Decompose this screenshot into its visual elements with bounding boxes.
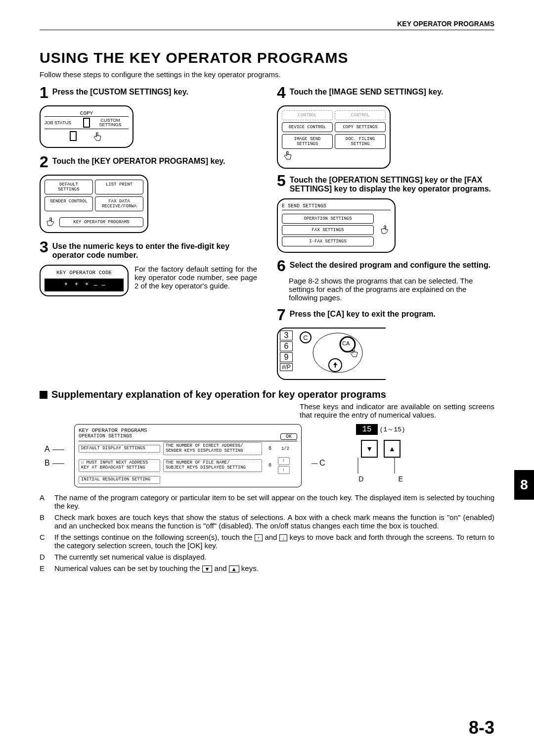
step4-number: 4 bbox=[277, 85, 286, 100]
numeric-range: (1～15) bbox=[380, 426, 405, 433]
step7-number: 7 bbox=[277, 307, 286, 323]
step3-body: For the factory default setting for the … bbox=[134, 265, 257, 290]
def-E-label: E bbox=[40, 564, 49, 572]
header-rule bbox=[40, 30, 494, 30]
key-9[interactable]: 9 bbox=[280, 352, 293, 362]
step6-title: Select the desired program and configure… bbox=[290, 261, 490, 270]
step3-title: Use the numeric keys to enter the five-d… bbox=[52, 242, 257, 260]
step6-body: Page 8-2 shows the programs that can be … bbox=[289, 277, 494, 302]
intro-text: Follow these steps to configure the sett… bbox=[40, 70, 494, 79]
finger-icon bbox=[379, 224, 391, 236]
page-down-icon: ↓ bbox=[279, 534, 287, 541]
supp-r1c: 6 bbox=[265, 446, 275, 451]
step5-op-btn[interactable]: OPERATION SETTINGS bbox=[282, 214, 374, 224]
value-down-icon: ▼ bbox=[202, 566, 213, 572]
def-C: If the settings continue on the followin… bbox=[54, 533, 494, 550]
def-B: Check mark boxes are touch keys that sho… bbox=[54, 513, 494, 530]
step2-fax-btn[interactable]: FAX DATA RECEIVE/FORWA bbox=[95, 196, 143, 211]
de-lines-icon bbox=[341, 458, 420, 482]
step4-docfiling-btn[interactable]: DOC. FILING SETTING bbox=[335, 134, 386, 149]
key-6[interactable]: 6 bbox=[280, 341, 293, 351]
finger-icon bbox=[348, 347, 360, 359]
step3-code-field[interactable]: ＊ ＊ ＊ — — bbox=[44, 279, 124, 291]
step2-list-btn[interactable]: LIST PRINT bbox=[95, 180, 143, 194]
step6-number: 6 bbox=[277, 258, 286, 274]
label-line-icon bbox=[40, 424, 64, 488]
step4-copy-btn[interactable]: COPY SETTINGS bbox=[335, 122, 386, 132]
step7-title: Press the [CA] key to exit the program. bbox=[290, 310, 436, 319]
supp-r2b[interactable]: THE NUMBER OF FILE NAME/ SUBJECT KEYS DI… bbox=[163, 459, 262, 472]
section-header: KEY OPERATOR PROGRAMS bbox=[397, 20, 494, 28]
step5-head: E SEND SETTINGS bbox=[282, 203, 391, 210]
step1-copy-label: COPY bbox=[44, 110, 129, 116]
step1-custom-label: CUSTOM SETTINGS bbox=[92, 118, 129, 127]
key-hash-p[interactable]: #/P bbox=[280, 363, 293, 371]
svg-text:C: C bbox=[303, 334, 308, 341]
finger-icon bbox=[282, 150, 294, 162]
def-D-label: D bbox=[40, 553, 49, 561]
supp-title-row: Supplementary explanation of key operati… bbox=[40, 389, 494, 400]
supp-para: These keys and indicator are available o… bbox=[300, 402, 494, 419]
supp-r3a[interactable]: INITIAL RESOLUTION SETTING bbox=[79, 476, 160, 484]
label-E: E bbox=[399, 475, 403, 483]
supp-page: 1/2 bbox=[278, 446, 293, 451]
step1-jobstatus-label: JOB STATUS bbox=[44, 120, 81, 125]
step4-device-btn[interactable]: DEVICE CONTROL bbox=[282, 122, 333, 132]
supp-r2c: 6 bbox=[265, 463, 275, 468]
chapter-tab: 8 bbox=[514, 470, 534, 500]
supp-panel: KEY OPERATOR PROGRAMS OPERATION SETTINGS… bbox=[74, 424, 302, 487]
numeric-display: 15 bbox=[356, 424, 377, 435]
def-E: Numerical values can be set by touching … bbox=[54, 564, 259, 572]
def-A-label: A bbox=[40, 493, 49, 510]
bullet-square-icon bbox=[40, 391, 47, 399]
def-C-label: C bbox=[40, 533, 49, 550]
page-down-button[interactable]: ↓ bbox=[278, 466, 290, 474]
key-3[interactable]: 3 bbox=[280, 331, 293, 340]
supp-r1b[interactable]: THE NUMBER OF DIRECT ADDRESS/ SENDER KEY… bbox=[163, 442, 262, 455]
supp-head1: KEY OPERATOR PROGRAMS bbox=[79, 427, 297, 433]
value-down-button[interactable]: ▼ bbox=[361, 440, 378, 458]
supp-r1a[interactable]: DEFAULT DISPLAY SETTINGS bbox=[79, 445, 160, 453]
step3-code-label: KEY OPERATOR CODE bbox=[44, 270, 124, 276]
step5-title: Touch the [OPERATION SETTINGS] key or th… bbox=[290, 176, 494, 193]
step5-ifax-btn[interactable]: I-FAX SETTINGS bbox=[282, 236, 374, 246]
step2-number: 2 bbox=[40, 154, 48, 170]
step1-title: Press the [CUSTOM SETTINGS] key. bbox=[52, 88, 188, 96]
page-number: 8-3 bbox=[469, 717, 494, 738]
step1-number: 1 bbox=[40, 85, 48, 100]
label-D: D bbox=[358, 475, 363, 483]
supp-head2: OPERATION SETTINGS bbox=[79, 433, 132, 440]
step2-sender-btn[interactable]: SENDER CONTROL bbox=[44, 196, 93, 211]
step2-keyop-btn[interactable]: KEY OPERATOR PROGRAMS bbox=[59, 217, 143, 227]
finger-icon bbox=[91, 131, 103, 143]
step1-key2-icon bbox=[70, 131, 77, 141]
ca-key[interactable]: CA bbox=[342, 340, 350, 346]
step4-ctrl2[interactable]: CONTROL bbox=[335, 110, 386, 120]
value-up-button[interactable]: ▲ bbox=[384, 440, 400, 458]
label-line-c-icon bbox=[312, 424, 331, 488]
step4-title: Touch the [IMAGE SEND SETTINGS] key. bbox=[290, 88, 444, 96]
step4-ctrl1[interactable]: CONTROL bbox=[282, 110, 333, 120]
page-title: USING THE KEY OPERATOR PROGRAMS bbox=[40, 49, 494, 66]
step5-number: 5 bbox=[277, 173, 286, 189]
page-up-button[interactable]: ↑ bbox=[278, 457, 290, 465]
value-up-icon: ▲ bbox=[229, 566, 239, 572]
ok-button[interactable]: OK bbox=[280, 433, 297, 440]
step4-imagesend-btn[interactable]: IMAGE SEND SETTINGS bbox=[282, 134, 333, 149]
def-D: The currently set numerical value is dis… bbox=[54, 553, 207, 561]
step3-number: 3 bbox=[40, 239, 48, 255]
step2-default-btn[interactable]: DEFAULT SETTINGS bbox=[44, 180, 93, 194]
step1-key-icon bbox=[83, 118, 90, 128]
def-A: The name of the program category or part… bbox=[54, 493, 494, 510]
supp-r2a[interactable]: MUST INPUT NEXT ADDRESS KEY AT BROADCAST… bbox=[79, 459, 160, 472]
step2-title: Touch the [KEY OPERATOR PROGRAMS] key. bbox=[52, 157, 225, 166]
finger-icon bbox=[44, 216, 56, 228]
step5-fax-btn[interactable]: FAX SETTINGS bbox=[282, 225, 374, 235]
supp-title: Supplementary explanation of key operati… bbox=[51, 389, 386, 400]
def-B-label: B bbox=[40, 513, 49, 530]
page-up-icon: ↑ bbox=[255, 534, 263, 541]
